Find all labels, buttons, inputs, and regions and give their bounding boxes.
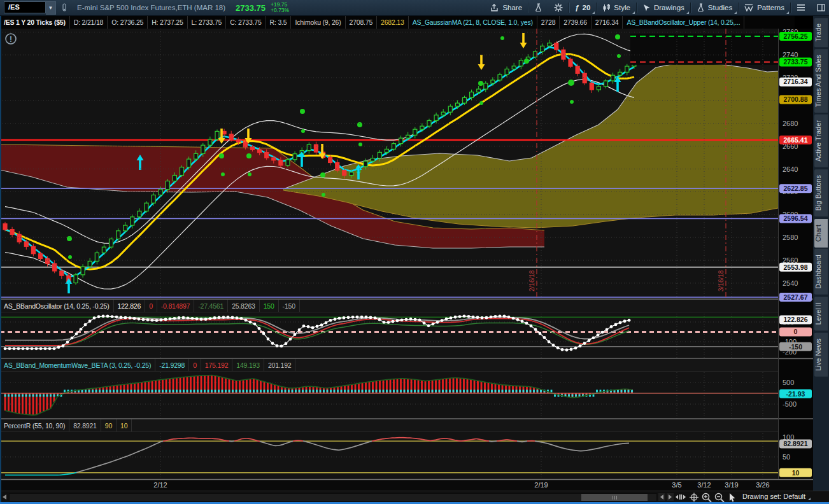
axis-badge: 2596.54 (779, 214, 812, 223)
ohlc-cell: /ES 1 Y 20 Ticks ($5) (0, 16, 70, 29)
chart-scrollbar[interactable] (9, 493, 657, 501)
sidebar-tab-times-and-sales[interactable]: Times And Sales (814, 49, 828, 113)
axis-badge: 82.8921 (779, 440, 812, 449)
sidebar-tab-live-news[interactable]: Live News (814, 333, 828, 377)
symbol-box: /ES ▼ (4, 1, 56, 15)
time-tick-label: 3/26 (756, 481, 769, 489)
scroll-left-button[interactable] (658, 493, 665, 501)
study-value-cell: 122.826 (114, 300, 146, 312)
link-pin-icon[interactable] (60, 3, 68, 13)
symbol-dropdown-button[interactable]: ▼ (46, 1, 56, 15)
patterns-button[interactable]: Patterns (739, 0, 790, 16)
ohlc-cell: H: 2737.25 (148, 16, 187, 29)
signal-dot (500, 36, 504, 40)
sidebar-tab-trade[interactable]: Trade (814, 18, 828, 47)
pan-icon[interactable] (675, 493, 686, 501)
study-value-cell: 10 (117, 419, 132, 431)
event-date-label: 2/16/18 (528, 270, 535, 291)
study-value-cell: 150 (260, 300, 279, 312)
axis-badge: 10 (779, 468, 812, 477)
scrollbar-thumb[interactable] (581, 494, 648, 501)
crosshair-icon[interactable] (689, 493, 699, 502)
sidebar-tab-chart[interactable]: Chart (814, 219, 828, 248)
signal-dot (246, 153, 252, 158)
gear-icon (554, 3, 563, 12)
ohlc-cell: 2682.13 (377, 16, 409, 29)
svg-text:2700.88: 2700.88 (784, 95, 808, 103)
price-tick-label: 2580 (783, 234, 798, 241)
svg-text:2596.54: 2596.54 (784, 214, 808, 222)
ohlc-cell: L: 2733.75 (188, 16, 227, 29)
svg-text:50: 50 (783, 453, 790, 461)
signal-dot (67, 236, 72, 241)
study-value-cell: AS_BBand_MomentumWave_BETA (3, 0.25, -0.… (0, 359, 155, 371)
drawings-button[interactable]: Drawings (637, 0, 690, 16)
axis-badge: 2553.98 (779, 263, 812, 272)
time-tick-label: 2/12 (153, 481, 167, 489)
svg-text:2756.25: 2756.25 (784, 32, 808, 40)
application-window: 2/16/183/16/18!2760274027202700268026602… (0, 0, 829, 504)
axis-badge: -21.93 (779, 389, 812, 398)
svg-text:-500: -500 (783, 400, 797, 408)
cursor-icon[interactable] (728, 493, 737, 502)
ohlc-cell: O: 2736.25 (108, 16, 148, 29)
last-price: 2733.75 (236, 3, 266, 13)
settings-button[interactable] (548, 0, 569, 16)
sidebar-tab-big-buttons[interactable]: Big Buttons (814, 169, 828, 216)
signal-dot (301, 129, 305, 133)
studies-button[interactable]: Studies (691, 0, 738, 16)
svg-text:2733.75: 2733.75 (784, 58, 808, 66)
bottom-toolbar: Drawing set: Default (0, 491, 829, 502)
scroll-left-edge-icon[interactable] (3, 494, 6, 500)
interval-button[interactable]: ƒ20 (569, 0, 596, 16)
price-tick-label: 2540 (783, 279, 798, 287)
style-candle-icon (602, 4, 611, 12)
drawing-set-selector[interactable]: Drawing set: Default (742, 493, 812, 500)
ohlc-cell: 2728 (537, 16, 560, 29)
menu-button[interactable] (791, 0, 811, 16)
price-tick-label: 2680 (783, 120, 798, 127)
svg-text:2622.85: 2622.85 (784, 185, 808, 192)
share-icon (490, 4, 499, 12)
studies-flask-icon (697, 3, 705, 12)
main-toolbar: /ES ▼ E-mini S&P 500 Index Futures,ETH (… (0, 0, 829, 16)
instrument-title: E-mini S&P 500 Index Futures,ETH (MAR 18… (77, 4, 225, 11)
scroll-right-button[interactable] (667, 493, 674, 501)
ohlc-cell: 2708.75 (346, 16, 378, 29)
svg-text:82.8921: 82.8921 (784, 440, 808, 447)
study-value-cell: 149.193 (232, 359, 264, 371)
axis-badge: 2622.85 (779, 184, 812, 193)
svg-text:2665.41: 2665.41 (784, 136, 808, 144)
axis-badge: 2700.88 (779, 95, 812, 104)
signal-dot (248, 172, 252, 176)
event-date-label: 3/16/18 (718, 270, 725, 291)
signal-dot (320, 172, 325, 178)
study-value-cell: 201.192 (264, 359, 296, 371)
svg-text:2716.34: 2716.34 (784, 78, 808, 85)
sidebar-tab-dashboard[interactable]: Dashboard (814, 249, 828, 295)
signal-dot (68, 255, 72, 259)
sidebar-tab-active-trader[interactable]: Active Trader (814, 115, 828, 167)
svg-text:500: 500 (783, 379, 794, 386)
sidebar-toggle-button[interactable] (811, 0, 829, 16)
study-value-cell: 0 (145, 300, 157, 312)
ohlc-cell: Ichimoku (9, 26) (291, 16, 345, 29)
axis-badge: -150 (779, 342, 812, 351)
gadget-sidebar: TradeTimes And SalesActive TraderBig But… (813, 16, 829, 491)
signal-dot (478, 81, 483, 86)
svg-text:122.826: 122.826 (784, 316, 808, 323)
svg-text:2527.67: 2527.67 (784, 293, 808, 301)
share-button[interactable]: Share (485, 0, 528, 16)
style-button[interactable]: Style (597, 0, 636, 16)
axis-badge: 2756.25 (779, 32, 812, 41)
symbol-input[interactable]: /ES (4, 1, 46, 13)
zoom-in-icon[interactable] (702, 493, 712, 503)
sidebar-tab-level-ii[interactable]: Level II (814, 297, 828, 330)
study-value-cell: -27.4561 (194, 300, 228, 312)
patterns-w-icon (744, 4, 754, 12)
window-border-left (0, 16, 1, 502)
signal-dot (322, 193, 325, 197)
analyze-button[interactable] (528, 0, 548, 16)
zoom-out-icon[interactable] (714, 493, 725, 503)
ohlc-cell: AS_GaussianMA (21, 8, CLOSE, 1.0, yes) (409, 16, 537, 29)
